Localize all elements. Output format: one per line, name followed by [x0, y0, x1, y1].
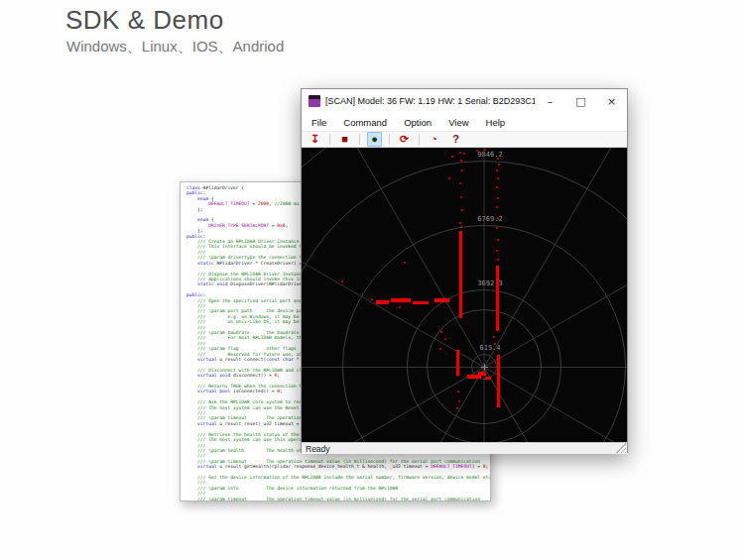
scan-wall-points	[497, 355, 500, 407]
toolbar-help-button[interactable]: ?	[448, 132, 463, 147]
scan-point	[460, 196, 462, 198]
toolbar-connect-button[interactable]: ↧	[308, 132, 322, 147]
scan-point	[497, 177, 499, 179]
scan-point	[496, 186, 498, 188]
scan-point	[476, 150, 478, 152]
toolbar-stop-button[interactable]: ■	[337, 132, 352, 147]
scan-point	[484, 149, 486, 151]
statusbar: Ready	[302, 442, 627, 454]
scan-point	[461, 169, 463, 171]
toolbar-separator	[419, 134, 420, 145]
menu-item-option[interactable]: Option	[404, 117, 432, 128]
scan-point	[458, 400, 460, 402]
menu-item-view[interactable]: View	[448, 117, 468, 128]
scan-point	[496, 250, 498, 252]
scan-point	[463, 153, 465, 155]
toolbar-separator	[329, 134, 330, 145]
scan-point	[459, 182, 461, 184]
scan-wall-points	[391, 298, 411, 302]
help-icon: ?	[452, 132, 459, 147]
scan-wall-points	[376, 300, 389, 304]
scan-wall-points	[485, 377, 491, 380]
scan-point	[371, 298, 373, 300]
scan-wall-points	[459, 231, 462, 318]
stop-icon: ■	[341, 132, 348, 147]
toolbar-restart-button[interactable]: ⟳	[397, 132, 412, 147]
scan-point	[496, 227, 498, 229]
range-ring	[302, 148, 627, 442]
restart-icon: ⟳	[400, 132, 409, 147]
toolbar: ↧■●⟳◔?	[302, 131, 627, 148]
scan-point	[498, 164, 500, 166]
scan-point	[496, 169, 498, 171]
scan-point	[459, 152, 461, 154]
page-subtitle: Windows、Linux、IOS、Andriod	[66, 38, 284, 56]
menu-item-help[interactable]: Help	[486, 117, 506, 128]
scan-window-title: [SCAN] Model: 36 FW: 1.19 HW: 1 Serial: …	[325, 96, 535, 106]
app-icon	[309, 95, 320, 107]
scan-point	[448, 177, 450, 179]
maximize-button[interactable]: □	[565, 89, 596, 113]
scan-point	[459, 222, 461, 224]
code-line: virtual u_result getHealth(rplidar_respo…	[186, 464, 490, 469]
scan-point	[493, 336, 495, 338]
toolbar-scan-button[interactable]: ●	[367, 132, 382, 147]
page: SDK & Demo Windows、Linux、IOS、Andriod cla…	[0, 0, 744, 560]
menu-item-command[interactable]: Command	[343, 117, 387, 128]
scan-point	[440, 331, 442, 333]
scan-wall-points	[413, 301, 429, 304]
minimize-button[interactable]: –	[535, 89, 565, 113]
scan-point	[460, 160, 462, 162]
toolbar-separator	[359, 134, 360, 145]
toolbar-timer-button[interactable]: ◔	[427, 132, 441, 147]
scan-window-titlebar[interactable]: [SCAN] Model: 36 FW: 1.19 HW: 1 Serial: …	[302, 89, 627, 113]
scan-point	[457, 391, 459, 392]
code-line: /// Get the device information of the RP…	[186, 475, 490, 480]
scan-point	[496, 206, 498, 208]
resize-grip-icon[interactable]	[616, 443, 626, 453]
scan-wall-points	[496, 266, 499, 331]
scan-point	[439, 348, 441, 350]
menu-item-file[interactable]: File	[311, 117, 326, 128]
scan-point	[497, 259, 499, 261]
menubar: File Command Option View Help	[302, 113, 627, 131]
scan-point	[494, 343, 496, 345]
scan-point	[404, 262, 406, 264]
scan-point	[497, 239, 499, 241]
scan-point	[451, 156, 453, 158]
scan-icon: ●	[371, 132, 378, 147]
scan-point	[456, 407, 458, 409]
page-title: SDK & Demo	[65, 5, 224, 36]
scan-point	[341, 280, 343, 282]
scan-wall-points	[478, 372, 486, 376]
scan-wall-points	[456, 350, 459, 376]
scan-view[interactable]: 615.43692.36769.29846.2	[302, 148, 627, 442]
scan-point	[497, 158, 499, 160]
scan-wall-points	[434, 298, 449, 302]
status-text: Ready	[306, 444, 330, 454]
close-button[interactable]: ×	[596, 89, 627, 113]
scan-point	[497, 197, 499, 199]
scan-point	[399, 306, 401, 308]
toolbar-separator	[389, 134, 390, 145]
lidar-center-icon	[481, 364, 488, 371]
timer-icon: ◔	[431, 132, 437, 147]
scan-point	[497, 217, 499, 219]
connect-icon: ↧	[310, 132, 319, 147]
scan-point	[444, 338, 446, 340]
scan-window: [SCAN] Model: 36 FW: 1.19 HW: 1 Serial: …	[301, 88, 628, 453]
scan-point	[461, 209, 463, 211]
code-line: /// \param timeout The operation timeout…	[186, 497, 490, 501]
scan-point	[460, 226, 462, 228]
